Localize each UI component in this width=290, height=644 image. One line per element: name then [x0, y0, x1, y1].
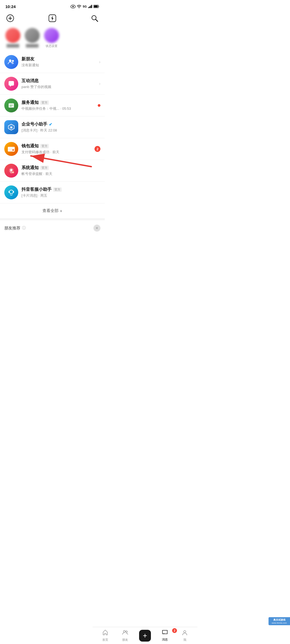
customerservice-icon: [4, 185, 18, 199]
svg-rect-5: [90, 6, 91, 8]
notif-title: 互动消息: [21, 78, 96, 84]
svg-marker-13: [51, 16, 53, 21]
search-button[interactable]: [90, 13, 99, 23]
service-icon: [4, 98, 18, 112]
enterprise-icon: [4, 120, 18, 134]
svg-rect-4: [89, 6, 90, 8]
verified-icon: ✔: [49, 122, 52, 127]
notif-item-system[interactable]: 系统通知 官方 帐号登录提醒 · 前天: [0, 160, 105, 182]
notif-sub: 帐号登录提醒 · 前天: [21, 171, 97, 176]
svg-point-17: [12, 60, 14, 62]
status-time: 10:24: [5, 4, 16, 9]
official-badge: 官方: [53, 187, 62, 192]
signal-bars: [88, 5, 92, 8]
notif-item-wallet[interactable]: 钱包通知 官方 支付密码修改成功 · 前天 2: [0, 138, 105, 160]
signal-5g: 5G: [83, 5, 87, 8]
battery-icon: [93, 5, 99, 8]
lightning-button[interactable]: [48, 13, 57, 23]
svg-rect-3: [88, 7, 89, 8]
wallet-icon: [4, 142, 18, 156]
notif-content: 企业号小助手 ✔ [消息卡片] · 昨天 22:08: [18, 122, 100, 133]
notif-content: 服务通知 官方 中视频伙伴任务：中视... · 05:53: [18, 100, 98, 111]
official-badge: 官方: [40, 100, 49, 105]
notif-sub: 没有新通知: [21, 63, 96, 68]
svg-point-29: [9, 190, 13, 194]
notif-meta: ›: [99, 60, 100, 64]
system-icon: [4, 164, 18, 178]
notif-content: 系统通知 官方 帐号登录提醒 · 前天: [18, 165, 100, 176]
notif-sub: [卡片消息] · 周五: [21, 193, 97, 198]
svg-point-2: [79, 8, 79, 8]
toolbar: [0, 12, 105, 26]
unread-dot: [98, 104, 100, 107]
notif-meta: 2: [95, 146, 100, 152]
chevron-icon: ›: [99, 60, 100, 64]
wifi-icon: [77, 5, 81, 8]
notification-list: 新朋友 没有新通知 › 互动消息 panb 赞了你的视频 ›: [0, 51, 105, 203]
friend-rec-title: 朋友推荐 ⓘ: [4, 226, 26, 231]
status-bar: 10:24 5G: [0, 0, 105, 12]
notif-title: 新朋友: [21, 56, 96, 62]
notif-title: 服务通知 官方: [21, 100, 95, 105]
notif-content: 抖音客服小助手 官方 [卡片消息] · 周五: [18, 187, 100, 198]
svg-rect-24: [8, 147, 15, 152]
notif-item-new-friends[interactable]: 新朋友 没有新通知 ›: [0, 51, 105, 73]
notif-meta: [98, 104, 100, 107]
notif-content: 钱包通知 官方 支付密码修改成功 · 前天: [18, 143, 95, 155]
notif-title: 企业号小助手 ✔: [21, 122, 97, 127]
friend-rec-section: 朋友推荐 ⓘ ✕: [0, 220, 105, 235]
svg-point-1: [73, 6, 74, 7]
notif-title: 抖音客服小助手 官方: [21, 187, 97, 192]
notif-item-customerservice[interactable]: 抖音客服小助手 官方 [卡片消息] · 周五: [0, 182, 105, 203]
info-icon[interactable]: ⓘ: [22, 226, 26, 230]
eye-icon: [71, 5, 75, 8]
notif-title: 钱包通知 官方: [21, 143, 91, 149]
notif-sub: [消息卡片] · 昨天 22:08: [21, 128, 97, 133]
chevron-icon: ›: [99, 81, 100, 86]
svg-line-15: [96, 19, 98, 21]
status-icons: 5G: [71, 5, 99, 8]
add-button[interactable]: [5, 13, 15, 23]
contact-item[interactable]: ██████: [5, 28, 20, 48]
official-badge: 官方: [40, 166, 49, 170]
svg-rect-6: [91, 5, 92, 8]
notif-item-interactive[interactable]: 互动消息 panb 赞了你的视频 ›: [0, 73, 105, 95]
contact-row: ██████ ██████ 状态设置: [0, 26, 105, 51]
svg-rect-26: [12, 149, 14, 151]
notif-meta: ›: [99, 81, 100, 86]
see-all-chevron: ∨: [60, 209, 62, 213]
notif-item-service[interactable]: 服务通知 官方 中视频伙伴任务：中视... · 05:53: [0, 95, 105, 116]
contact-item[interactable]: 状态设置: [44, 28, 59, 48]
svg-rect-18: [9, 103, 14, 108]
interactive-icon: [4, 77, 18, 91]
notif-sub: 支付密码修改成功 · 前天: [21, 150, 91, 155]
unread-badge: 2: [95, 146, 100, 152]
notif-item-enterprise[interactable]: 企业号小助手 ✔ [消息卡片] · 昨天 22:08: [0, 116, 105, 138]
contact-item[interactable]: ██████: [25, 28, 40, 48]
notif-content: 互动消息 panb 赞了你的视频: [18, 78, 99, 89]
official-badge: 官方: [40, 144, 49, 148]
svg-point-16: [9, 60, 12, 62]
new-friends-icon: [4, 55, 18, 69]
notif-content: 新朋友 没有新通知: [18, 56, 99, 68]
svg-rect-8: [94, 5, 98, 8]
notif-title: 系统通知 官方: [21, 165, 97, 171]
notif-sub: 中视频伙伴任务：中视... · 05:53: [21, 106, 95, 111]
svg-point-23: [10, 127, 12, 128]
friend-rec-close-button[interactable]: ✕: [93, 225, 100, 232]
svg-rect-25: [8, 148, 15, 149]
notif-sub: panb 赞了你的视频: [21, 85, 96, 89]
see-all-button[interactable]: 查看全部 ∨: [0, 203, 105, 220]
